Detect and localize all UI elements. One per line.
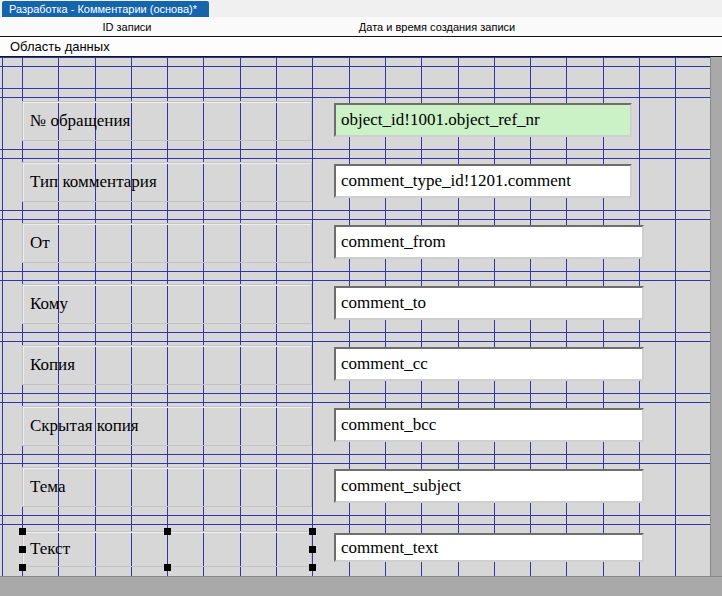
form-label-3[interactable]: От (22, 223, 312, 263)
form-field-7[interactable]: comment_subject (334, 469, 644, 503)
window-tab-title: Разработка - Комментарии (основа)* (9, 3, 197, 15)
form-field-binding-text: comment_text (341, 538, 438, 558)
form-field-binding-text: comment_to (341, 293, 426, 313)
selection-handle[interactable] (309, 546, 316, 553)
form-field-1[interactable]: object_id!1001.object_ref_nr (334, 103, 632, 137)
selection-handle[interactable] (309, 528, 316, 535)
form-label-text: Кому (30, 294, 68, 314)
form-label-text: Тема (30, 477, 65, 497)
form-label-text: Скрытая копия (30, 416, 139, 436)
form-field-3[interactable]: comment_from (334, 225, 644, 259)
right-gutter (710, 57, 722, 576)
bottom-gutter (0, 576, 722, 596)
form-field-binding-text: comment_from (341, 232, 446, 252)
form-field-2[interactable]: comment_type_id!1201.comment (334, 164, 632, 198)
selection-handle[interactable] (164, 528, 171, 535)
form-label-6[interactable]: Скрытая копия (22, 406, 312, 446)
selection-handle[interactable] (19, 546, 26, 553)
form-label-4[interactable]: Кому (22, 284, 312, 324)
form-label-5[interactable]: Копия (22, 345, 312, 385)
form-field-8[interactable]: comment_text (334, 533, 644, 562)
selection-handle[interactable] (164, 564, 171, 571)
form-field-4[interactable]: comment_to (334, 286, 644, 320)
form-label-text: Тип комментария (30, 172, 157, 192)
window-tab[interactable]: Разработка - Комментарии (основа)* (2, 1, 209, 17)
column-header-created-datetime: Дата и время создания записи (359, 21, 515, 33)
form-label-text: Копия (30, 355, 75, 375)
form-field-6[interactable]: comment_bcc (334, 408, 644, 442)
selection-handle[interactable] (309, 564, 316, 571)
form-design-canvas[interactable]: № обращенияobject_id!1001.object_ref_nrТ… (0, 57, 710, 576)
form-label-7[interactable]: Тема (22, 467, 312, 507)
form-label-text: От (30, 233, 50, 253)
form-field-binding-text: comment_cc (341, 354, 428, 374)
selection-handle[interactable] (19, 528, 26, 535)
data-area-band[interactable]: Область данных (0, 37, 722, 57)
form-field-binding-text: object_id!1001.object_ref_nr (341, 110, 540, 130)
form-label-8[interactable]: Текст (22, 531, 312, 567)
column-header-record-id: ID записи (103, 21, 152, 33)
form-label-2[interactable]: Тип комментария (22, 162, 312, 202)
form-label-1[interactable]: № обращения (22, 101, 312, 141)
form-field-5[interactable]: comment_cc (334, 347, 644, 381)
form-label-text: Текст (30, 539, 70, 559)
form-field-binding-text: comment_subject (341, 476, 461, 496)
form-field-binding-text: comment_type_id!1201.comment (341, 171, 571, 191)
selection-handle[interactable] (19, 564, 26, 571)
data-area-band-title: Область данных (10, 39, 110, 54)
form-field-binding-text: comment_bcc (341, 415, 436, 435)
form-designer-window: Разработка - Комментарии (основа)* ID за… (0, 0, 722, 596)
form-label-text: № обращения (30, 111, 130, 131)
column-header-band: ID записи Дата и время создания записи (0, 17, 722, 37)
